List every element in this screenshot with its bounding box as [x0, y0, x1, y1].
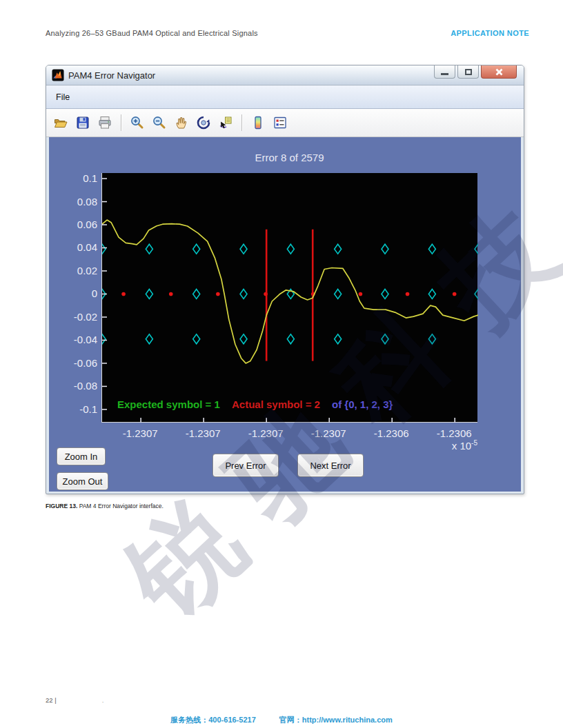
hotline-label: 服务热线： [170, 716, 208, 724]
y-tick-label: -0.04 [55, 334, 97, 346]
figure-caption: FIGURE 13. PAM 4 Error Navigator interfa… [46, 503, 164, 509]
x-tick-label: -1.2307 [299, 427, 357, 439]
expected-symbol-label: Expected symbol = 1 [117, 398, 220, 410]
figure-canvas: Error 8 of 2579 Expected symbol = 1 Actu… [49, 137, 521, 492]
data-cursor-button[interactable] [217, 114, 234, 131]
rotate-3d-icon [196, 115, 211, 130]
toolbar [46, 109, 524, 137]
pan-hand-icon [174, 115, 189, 130]
application-note-label: APPLICATION NOTE [451, 29, 529, 37]
site-url[interactable]: http://www.rituchina.com [302, 716, 393, 724]
next-error-button[interactable]: Next Error [297, 454, 364, 477]
symbol-set-label: of {0, 1, 2, 3} [332, 398, 393, 410]
rotate-3d-button[interactable] [195, 114, 212, 131]
close-button[interactable] [481, 65, 517, 79]
plot-title: Error 8 of 2579 [101, 152, 477, 163]
zoom-out-icon [152, 115, 167, 130]
document-header-title: Analyzing 26–53 GBaud PAM4 Optical and E… [46, 29, 258, 37]
prev-error-button[interactable]: Prev Error [213, 454, 279, 477]
printer-icon [97, 115, 112, 130]
signal-plot [102, 173, 478, 423]
open-folder-icon [53, 115, 68, 130]
figure-caption-label: FIGURE 13. [46, 503, 77, 509]
data-cursor-icon [218, 115, 233, 130]
zoom-out-button[interactable]: Zoom Out [57, 472, 108, 490]
window-titlebar[interactable]: PAM4 Error Navigator [46, 65, 524, 85]
colorbar-icon [250, 115, 266, 130]
redacted-text: . [102, 696, 104, 704]
y-tick-label: 0.08 [55, 196, 97, 208]
y-tick-label: -0.08 [55, 380, 97, 392]
y-tick-label: 0.1 [55, 172, 97, 185]
x-tick-label: -1.2307 [237, 427, 295, 439]
actual-symbol-label: Actual symbol = 2 [232, 398, 320, 410]
insert-colorbar-button[interactable] [250, 114, 266, 131]
y-tick-label: 0.06 [55, 219, 97, 231]
toolbar-separator [121, 114, 121, 131]
insert-legend-button[interactable] [272, 114, 288, 131]
y-tick-label: 0 [55, 287, 97, 300]
matlab-icon [52, 69, 64, 84]
x-tick-label: -1.2306 [362, 427, 420, 439]
zoom-in-tool-button[interactable] [129, 114, 146, 131]
zoom-in-button[interactable]: Zoom In [57, 447, 106, 465]
x-tick-label: -1.2306 [425, 427, 483, 439]
footer-contact: 服务热线：400-616-5217官网：http://www.rituchina… [0, 715, 563, 725]
x-axis-exponent: x 10-5 [412, 439, 477, 452]
legend-icon [273, 115, 288, 130]
y-tick-label: -0.1 [55, 403, 97, 416]
x-tick-label: -1.2307 [111, 427, 169, 439]
toolbar-separator [241, 114, 242, 131]
zoom-out-tool-button[interactable] [151, 114, 168, 131]
print-button[interactable] [97, 114, 113, 131]
y-tick-label: -0.06 [55, 357, 97, 370]
menu-bar: File [46, 85, 524, 109]
open-file-button[interactable] [52, 114, 69, 131]
maximize-icon [465, 69, 472, 75]
window-title: PAM4 Error Navigator [68, 70, 155, 81]
y-tick-label: 0.02 [55, 265, 97, 277]
hotline-number: 400-616-5217 [208, 716, 256, 724]
pam4-error-navigator-window: PAM4 Error Navigator File [46, 65, 524, 494]
page-number: 22 |. [46, 696, 103, 704]
menu-file[interactable]: File [46, 92, 79, 102]
plot-area[interactable]: Expected symbol = 1 Actual symbol = 2 of… [101, 173, 477, 423]
pan-tool-button[interactable] [173, 114, 190, 131]
minimize-icon [441, 73, 448, 75]
zoom-in-icon [130, 115, 145, 130]
save-button[interactable] [75, 114, 91, 131]
site-label: 官网： [279, 716, 302, 724]
minimize-button[interactable] [434, 65, 455, 79]
close-icon [495, 68, 504, 76]
x-tick-label: -1.2307 [174, 427, 232, 439]
window-controls [434, 65, 517, 79]
y-tick-label: 0.04 [55, 241, 97, 254]
save-floppy-icon [75, 115, 90, 130]
maximize-button[interactable] [457, 65, 479, 79]
y-tick-label: -0.02 [55, 311, 97, 323]
